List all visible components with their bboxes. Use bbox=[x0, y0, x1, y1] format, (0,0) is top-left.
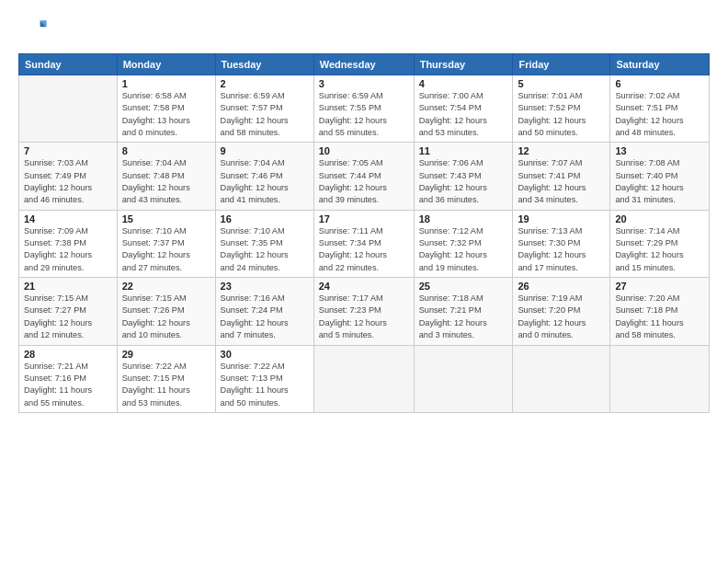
day-info: Sunrise: 6:58 AM Sunset: 7:58 PM Dayligh… bbox=[122, 90, 210, 139]
calendar-week-row: 21Sunrise: 7:15 AM Sunset: 7:27 PM Dayli… bbox=[19, 278, 710, 345]
day-info: Sunrise: 7:10 AM Sunset: 7:37 PM Dayligh… bbox=[122, 225, 210, 274]
day-info: Sunrise: 7:15 AM Sunset: 7:26 PM Dayligh… bbox=[122, 293, 210, 341]
day-number: 16 bbox=[221, 213, 309, 224]
day-number: 15 bbox=[122, 213, 210, 224]
day-number: 29 bbox=[122, 349, 210, 360]
calendar-table: SundayMondayTuesdayWednesdayThursdayFrid… bbox=[18, 53, 710, 413]
calendar-cell: 8Sunrise: 7:04 AM Sunset: 7:48 PM Daylig… bbox=[117, 143, 215, 210]
day-number: 20 bbox=[615, 213, 704, 224]
calendar-cell: 15Sunrise: 7:10 AM Sunset: 7:37 PM Dayli… bbox=[117, 210, 215, 277]
calendar-week-row: 1Sunrise: 6:58 AM Sunset: 7:58 PM Daylig… bbox=[19, 75, 710, 143]
weekday-header: Sunday bbox=[19, 54, 118, 75]
day-info: Sunrise: 7:19 AM Sunset: 7:20 PM Dayligh… bbox=[518, 293, 605, 341]
day-number: 26 bbox=[518, 281, 605, 292]
calendar-cell: 27Sunrise: 7:20 AM Sunset: 7:18 PM Dayli… bbox=[610, 278, 710, 345]
calendar-header-row: SundayMondayTuesdayWednesdayThursdayFrid… bbox=[19, 54, 710, 75]
day-info: Sunrise: 7:16 AM Sunset: 7:24 PM Dayligh… bbox=[221, 293, 309, 341]
weekday-header: Tuesday bbox=[215, 54, 313, 75]
calendar-cell bbox=[313, 345, 414, 412]
weekday-header: Thursday bbox=[414, 54, 513, 75]
day-info: Sunrise: 7:22 AM Sunset: 7:15 PM Dayligh… bbox=[122, 361, 210, 409]
calendar-cell: 4Sunrise: 7:00 AM Sunset: 7:54 PM Daylig… bbox=[414, 75, 513, 143]
day-number: 8 bbox=[122, 145, 210, 156]
calendar-cell: 13Sunrise: 7:08 AM Sunset: 7:40 PM Dayli… bbox=[610, 143, 710, 210]
day-number: 17 bbox=[319, 213, 409, 224]
day-number: 12 bbox=[518, 145, 605, 156]
day-info: Sunrise: 7:00 AM Sunset: 7:54 PM Dayligh… bbox=[419, 90, 508, 139]
calendar-cell: 25Sunrise: 7:18 AM Sunset: 7:21 PM Dayli… bbox=[414, 278, 513, 345]
day-info: Sunrise: 7:12 AM Sunset: 7:32 PM Dayligh… bbox=[419, 225, 508, 274]
day-info: Sunrise: 7:11 AM Sunset: 7:34 PM Dayligh… bbox=[319, 225, 409, 274]
day-number: 24 bbox=[319, 281, 409, 292]
day-info: Sunrise: 7:07 AM Sunset: 7:41 PM Dayligh… bbox=[518, 157, 605, 206]
calendar-cell: 1Sunrise: 6:58 AM Sunset: 7:58 PM Daylig… bbox=[117, 75, 215, 143]
day-info: Sunrise: 7:17 AM Sunset: 7:23 PM Dayligh… bbox=[319, 293, 409, 341]
day-number: 2 bbox=[221, 78, 309, 89]
day-info: Sunrise: 7:04 AM Sunset: 7:48 PM Dayligh… bbox=[122, 157, 210, 206]
day-number: 7 bbox=[24, 145, 112, 156]
day-info: Sunrise: 7:22 AM Sunset: 7:13 PM Dayligh… bbox=[221, 361, 309, 409]
weekday-header: Wednesday bbox=[313, 54, 414, 75]
day-info: Sunrise: 6:59 AM Sunset: 7:57 PM Dayligh… bbox=[221, 90, 309, 139]
day-info: Sunrise: 7:04 AM Sunset: 7:46 PM Dayligh… bbox=[221, 157, 309, 206]
day-number: 25 bbox=[419, 281, 508, 292]
calendar-cell: 29Sunrise: 7:22 AM Sunset: 7:15 PM Dayli… bbox=[117, 345, 215, 412]
calendar-cell: 30Sunrise: 7:22 AM Sunset: 7:13 PM Dayli… bbox=[215, 345, 313, 412]
day-info: Sunrise: 7:14 AM Sunset: 7:29 PM Dayligh… bbox=[615, 225, 704, 274]
calendar-cell: 21Sunrise: 7:15 AM Sunset: 7:27 PM Dayli… bbox=[19, 278, 118, 345]
day-number: 5 bbox=[518, 78, 605, 89]
calendar-cell: 11Sunrise: 7:06 AM Sunset: 7:43 PM Dayli… bbox=[414, 143, 513, 210]
calendar-cell: 12Sunrise: 7:07 AM Sunset: 7:41 PM Dayli… bbox=[513, 143, 610, 210]
day-info: Sunrise: 7:20 AM Sunset: 7:18 PM Dayligh… bbox=[615, 293, 704, 341]
day-number: 18 bbox=[419, 213, 508, 224]
calendar-cell: 28Sunrise: 7:21 AM Sunset: 7:16 PM Dayli… bbox=[19, 345, 118, 412]
day-number: 23 bbox=[221, 281, 309, 292]
logo bbox=[18, 17, 48, 46]
day-number: 10 bbox=[319, 145, 409, 156]
header bbox=[18, 17, 710, 46]
calendar-week-row: 7Sunrise: 7:03 AM Sunset: 7:49 PM Daylig… bbox=[19, 143, 710, 210]
day-number: 14 bbox=[24, 213, 112, 224]
calendar-cell: 22Sunrise: 7:15 AM Sunset: 7:26 PM Dayli… bbox=[117, 278, 215, 345]
calendar-cell: 19Sunrise: 7:13 AM Sunset: 7:30 PM Dayli… bbox=[513, 210, 610, 277]
calendar-cell: 14Sunrise: 7:09 AM Sunset: 7:38 PM Dayli… bbox=[19, 210, 118, 277]
weekday-header: Monday bbox=[117, 54, 215, 75]
day-info: Sunrise: 7:03 AM Sunset: 7:49 PM Dayligh… bbox=[24, 157, 112, 206]
calendar-cell bbox=[414, 345, 513, 412]
day-info: Sunrise: 7:06 AM Sunset: 7:43 PM Dayligh… bbox=[419, 157, 508, 206]
calendar-cell: 3Sunrise: 6:59 AM Sunset: 7:55 PM Daylig… bbox=[313, 75, 414, 143]
day-number: 27 bbox=[615, 281, 704, 292]
day-number: 6 bbox=[615, 78, 704, 89]
day-number: 30 bbox=[221, 349, 309, 360]
day-number: 13 bbox=[615, 145, 704, 156]
calendar-week-row: 28Sunrise: 7:21 AM Sunset: 7:16 PM Dayli… bbox=[19, 345, 710, 412]
day-number: 19 bbox=[518, 213, 605, 224]
calendar-cell: 6Sunrise: 7:02 AM Sunset: 7:51 PM Daylig… bbox=[610, 75, 710, 143]
day-info: Sunrise: 7:05 AM Sunset: 7:44 PM Dayligh… bbox=[319, 157, 409, 206]
weekday-header: Saturday bbox=[610, 54, 710, 75]
day-info: Sunrise: 7:15 AM Sunset: 7:27 PM Dayligh… bbox=[24, 293, 112, 341]
day-info: Sunrise: 7:01 AM Sunset: 7:52 PM Dayligh… bbox=[518, 90, 605, 139]
day-info: Sunrise: 7:18 AM Sunset: 7:21 PM Dayligh… bbox=[419, 293, 508, 341]
calendar-cell: 2Sunrise: 6:59 AM Sunset: 7:57 PM Daylig… bbox=[215, 75, 313, 143]
day-number: 4 bbox=[419, 78, 508, 89]
calendar-cell: 16Sunrise: 7:10 AM Sunset: 7:35 PM Dayli… bbox=[215, 210, 313, 277]
calendar-cell: 24Sunrise: 7:17 AM Sunset: 7:23 PM Dayli… bbox=[313, 278, 414, 345]
calendar-cell: 17Sunrise: 7:11 AM Sunset: 7:34 PM Dayli… bbox=[313, 210, 414, 277]
day-info: Sunrise: 6:59 AM Sunset: 7:55 PM Dayligh… bbox=[319, 90, 409, 139]
page: SundayMondayTuesdayWednesdayThursdayFrid… bbox=[0, 0, 728, 563]
calendar-week-row: 14Sunrise: 7:09 AM Sunset: 7:38 PM Dayli… bbox=[19, 210, 710, 277]
logo-icon bbox=[22, 17, 48, 42]
calendar-cell: 23Sunrise: 7:16 AM Sunset: 7:24 PM Dayli… bbox=[215, 278, 313, 345]
day-number: 21 bbox=[24, 281, 112, 292]
day-info: Sunrise: 7:10 AM Sunset: 7:35 PM Dayligh… bbox=[221, 225, 309, 274]
day-number: 22 bbox=[122, 281, 210, 292]
weekday-header: Friday bbox=[513, 54, 610, 75]
calendar-cell bbox=[513, 345, 610, 412]
day-number: 9 bbox=[221, 145, 309, 156]
day-info: Sunrise: 7:02 AM Sunset: 7:51 PM Dayligh… bbox=[615, 90, 704, 139]
calendar-cell: 5Sunrise: 7:01 AM Sunset: 7:52 PM Daylig… bbox=[513, 75, 610, 143]
calendar-cell bbox=[19, 75, 118, 143]
day-info: Sunrise: 7:13 AM Sunset: 7:30 PM Dayligh… bbox=[518, 225, 605, 274]
calendar-cell: 10Sunrise: 7:05 AM Sunset: 7:44 PM Dayli… bbox=[313, 143, 414, 210]
